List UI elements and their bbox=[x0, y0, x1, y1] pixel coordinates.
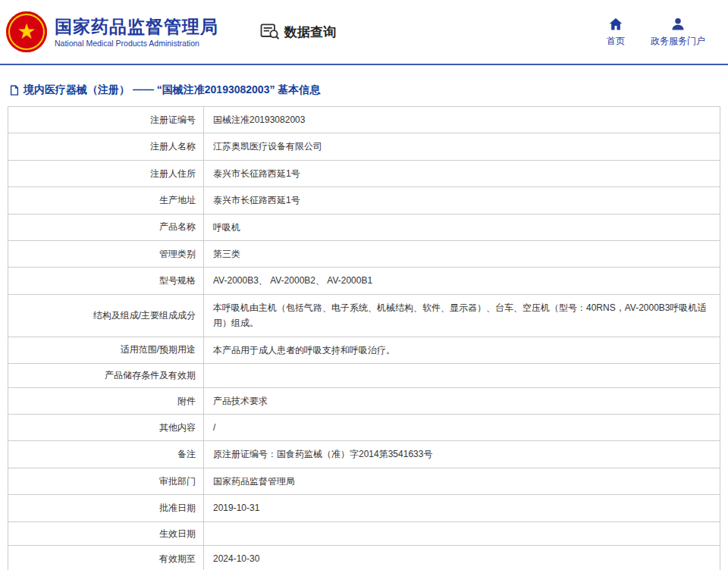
row-value: 泰兴市长征路西延1号 bbox=[204, 160, 720, 186]
nav-home[interactable]: 首页 bbox=[607, 17, 625, 48]
table-row: 型号规格AV-2000B3、 AV-2000B2、 AV-2000B1 bbox=[8, 268, 720, 294]
row-value: 产品技术要求 bbox=[204, 387, 720, 414]
star-icon: ★ bbox=[17, 21, 36, 42]
row-label: 生效日期 bbox=[8, 521, 204, 546]
table-row: 产品名称呼吸机 bbox=[8, 214, 720, 240]
main-content: 境内医疗器械（注册） —— “国械注准20193082003” 基本信息 注册证… bbox=[0, 83, 728, 570]
data-query-tab[interactable]: 数据查询 bbox=[260, 23, 336, 41]
row-value: 呼吸机 bbox=[204, 214, 720, 240]
row-value: 江苏奥凯医疗设备有限公司 bbox=[204, 133, 720, 160]
row-value: 本产品用于成人患者的呼吸支持和呼吸治疗。 bbox=[204, 337, 720, 363]
table-row: 批准日期2019-10-31 bbox=[8, 495, 720, 521]
agency-name-cn: 国家药品监督管理局 bbox=[55, 16, 218, 38]
row-label: 注册人住所 bbox=[8, 160, 204, 186]
row-value: 国械注准20193082003 bbox=[204, 107, 720, 133]
nav-portal-label: 政务服务门户 bbox=[651, 35, 705, 48]
row-label: 结构及组成/主要组成成分 bbox=[8, 294, 204, 337]
page-title: 境内医疗器械（注册） —— “国械注准20193082003” 基本信息 bbox=[9, 83, 720, 97]
row-value: 2019-10-31 bbox=[204, 495, 720, 521]
row-value: 第三类 bbox=[204, 240, 720, 267]
site-header: ★ 国家药品监督管理局 National Medical Products Ad… bbox=[0, 0, 728, 65]
data-query-label: 数据查询 bbox=[284, 23, 336, 41]
row-label: 备注 bbox=[8, 441, 204, 468]
agency-title-block: 国家药品监督管理局 National Medical Products Admi… bbox=[55, 16, 218, 49]
row-label: 其他内容 bbox=[8, 415, 204, 441]
row-value bbox=[204, 521, 720, 546]
row-label: 注册证编号 bbox=[8, 107, 204, 133]
row-label: 有效期至 bbox=[8, 546, 204, 570]
row-value: 泰兴市长征路西延1号 bbox=[204, 187, 720, 214]
nav-home-label: 首页 bbox=[607, 35, 625, 48]
row-value: / bbox=[204, 415, 720, 441]
row-value: 原注册证编号：国食药监械（准）字2014第3541633号 bbox=[204, 441, 720, 468]
table-row: 注册证编号国械注准20193082003 bbox=[8, 107, 720, 133]
row-value: 2024-10-30 bbox=[204, 546, 720, 570]
row-value: 本呼吸机由主机（包括气路、电子系统、机械结构、软件、显示器）、台车、空压机（型号… bbox=[204, 294, 720, 337]
row-label: 审批部门 bbox=[8, 468, 204, 494]
row-label: 管理类别 bbox=[8, 240, 204, 267]
table-row: 生产地址泰兴市长征路西延1号 bbox=[8, 187, 720, 214]
table-row: 其他内容/ bbox=[8, 415, 720, 441]
nav-portal[interactable]: 政务服务门户 bbox=[651, 17, 705, 48]
header-nav: 首页 政务服务门户 bbox=[607, 17, 705, 48]
agency-logo-block: ★ 国家药品监督管理局 National Medical Products Ad… bbox=[6, 11, 218, 52]
document-icon bbox=[9, 85, 20, 96]
row-value bbox=[204, 363, 720, 387]
table-row: 产品储存条件及有效期 bbox=[8, 363, 720, 387]
home-icon bbox=[608, 17, 623, 32]
table-row: 适用范围/预期用途本产品用于成人患者的呼吸支持和呼吸治疗。 bbox=[8, 337, 720, 363]
row-label: 型号规格 bbox=[8, 268, 204, 294]
row-label: 产品名称 bbox=[8, 214, 204, 240]
table-row: 有效期至2024-10-30 bbox=[8, 546, 720, 570]
table-row: 审批部门国家药品监督管理局 bbox=[8, 468, 720, 494]
row-label: 附件 bbox=[8, 387, 204, 414]
table-row: 附件产品技术要求 bbox=[8, 387, 720, 414]
row-label: 生产地址 bbox=[8, 187, 204, 214]
row-value: 国家药品监督管理局 bbox=[204, 468, 720, 494]
row-value: AV-2000B3、 AV-2000B2、 AV-2000B1 bbox=[204, 268, 720, 294]
data-query-icon bbox=[260, 23, 280, 40]
table-row: 结构及组成/主要组成成分本呼吸机由主机（包括气路、电子系统、机械结构、软件、显示… bbox=[8, 294, 720, 337]
user-icon bbox=[670, 17, 686, 32]
table-row: 生效日期 bbox=[8, 521, 720, 546]
table-row: 注册人住所泰兴市长征路西延1号 bbox=[8, 160, 720, 186]
row-label: 适用范围/预期用途 bbox=[8, 337, 204, 363]
agency-name-en: National Medical Products Administration bbox=[55, 39, 218, 48]
nmpa-emblem-icon: ★ bbox=[6, 11, 47, 52]
row-label: 批准日期 bbox=[8, 495, 204, 521]
table-row: 管理类别第三类 bbox=[8, 240, 720, 267]
page-title-text: 境内医疗器械（注册） —— “国械注准20193082003” 基本信息 bbox=[24, 83, 320, 97]
table-row: 注册人名称江苏奥凯医疗设备有限公司 bbox=[8, 133, 720, 160]
row-label: 注册人名称 bbox=[8, 133, 204, 160]
row-label: 产品储存条件及有效期 bbox=[8, 363, 204, 387]
registration-info-table: 注册证编号国械注准20193082003注册人名称江苏奥凯医疗设备有限公司注册人… bbox=[8, 106, 720, 570]
table-row: 备注原注册证编号：国食药监械（准）字2014第3541633号 bbox=[8, 441, 720, 468]
info-table-body: 注册证编号国械注准20193082003注册人名称江苏奥凯医疗设备有限公司注册人… bbox=[8, 107, 720, 570]
